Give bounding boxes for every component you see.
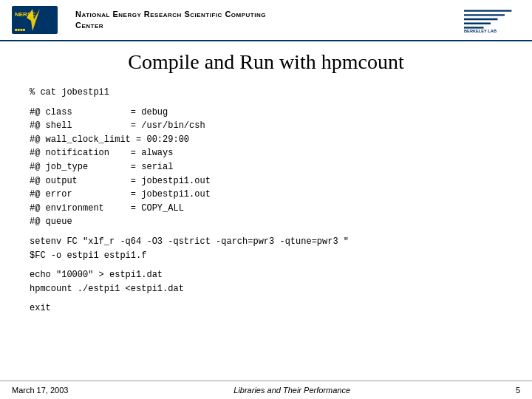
hpmcount-line: hpmcount ./estpi1 <estpi1.dat [30,282,502,296]
wall-clock-line: #@ wall_clock_limit = 00:29:00 [30,133,502,147]
environment-line: #@ environment = COPY_ALL [30,202,502,216]
job-type-text: #@ job_type = serial [30,160,173,174]
setenv-line: setenv FC "xlf_r -q64 -O3 -qstrict -qarc… [30,235,502,249]
run-section: echo "10000" > estpi1.dat hpmcount ./est… [30,268,502,296]
header-title: National Energy Research Scientific Comp… [69,9,461,32]
compile-text: $FC -o estpi1 estpi1.f [30,249,146,263]
job-script-section: #@ class = debug #@ shell = /usr/bin/csh… [30,106,502,229]
compile-line: $FC -o estpi1 estpi1.f [30,249,502,263]
echo-text: echo "10000" > estpi1.dat [30,268,163,282]
nersc-logo-area: NERSC ■■■■ [12,6,58,34]
footer-center-text: Libraries and Their Performance [233,386,350,395]
error-line: #@ error = jobestpi1.out [30,188,502,202]
svg-text:■■■■: ■■■■ [15,27,26,32]
header: NERSC ■■■■ National Energy Research Scie… [0,0,532,41]
wall-clock-text: #@ wall_clock_limit = 00:29:00 [30,133,189,147]
shell-text: #@ shell = /usr/bin/csh [30,119,205,133]
output-text: #@ output = jobestpi1.out [30,174,211,188]
exit-line: exit [30,301,502,316]
exit-section: exit [30,301,502,316]
echo-line: echo "10000" > estpi1.dat [30,268,502,282]
berkeley-logo-area: BERKELEY LAB [461,7,520,33]
prompt-text: % cat jobestpi1 [30,86,109,100]
shell-line: #@ shell = /usr/bin/csh [30,119,502,133]
hpmcount-text: hpmcount ./estpi1 <estpi1.dat [30,282,184,296]
environment-text: #@ environment = COPY_ALL [30,202,184,216]
code-block: % cat jobestpi1 #@ class = debug #@ shel… [30,86,502,316]
header-title-line2: Center [75,20,461,31]
setenv-section: setenv FC "xlf_r -q64 -O3 -qstrict -qarc… [30,235,502,262]
header-title-line1: National Energy Research Scientific Comp… [75,9,461,20]
queue-line: #@ queue [30,215,502,229]
code-prompt-section: % cat jobestpi1 [30,86,502,100]
footer-date: March 17, 2003 [12,386,68,395]
class-line: #@ class = debug [30,106,502,120]
notification-text: #@ notification = always [30,146,173,160]
code-prompt-line: % cat jobestpi1 [30,86,502,100]
page-title: Compile and Run with hpmcount [30,50,502,74]
svg-text:BERKELEY LAB: BERKELEY LAB [464,29,497,33]
class-text: #@ class = debug [30,106,168,120]
job-type-line: #@ job_type = serial [30,160,502,174]
output-line: #@ output = jobestpi1.out [30,174,502,188]
page-title-area: Compile and Run with hpmcount [30,50,502,74]
queue-text: #@ queue [30,215,72,229]
berkeley-logo: BERKELEY LAB [461,7,520,33]
main-content: Compile and Run with hpmcount % cat jobe… [0,41,532,330]
nersc-logo: NERSC ■■■■ [12,6,58,34]
footer: March 17, 2003 Libraries and Their Perfo… [0,381,532,399]
footer-page-number: 5 [516,386,520,395]
notification-line: #@ notification = always [30,146,502,160]
setenv-text: setenv FC "xlf_r -q64 -O3 -qstrict -qarc… [30,235,349,249]
error-text: #@ error = jobestpi1.out [30,188,211,202]
exit-text: exit [30,301,51,316]
